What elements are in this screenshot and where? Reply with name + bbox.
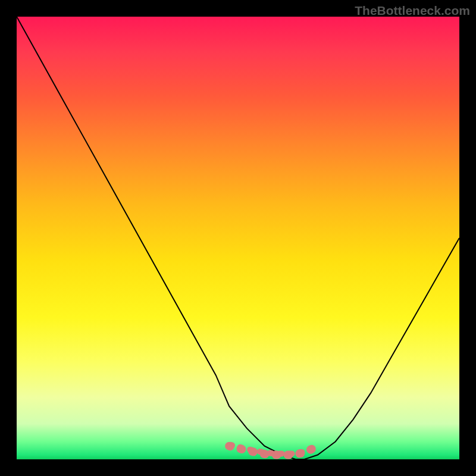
chart-plot-area: [17, 17, 459, 459]
watermark-text: TheBottleneck.com: [355, 4, 470, 18]
chart-canvas: [17, 17, 459, 459]
